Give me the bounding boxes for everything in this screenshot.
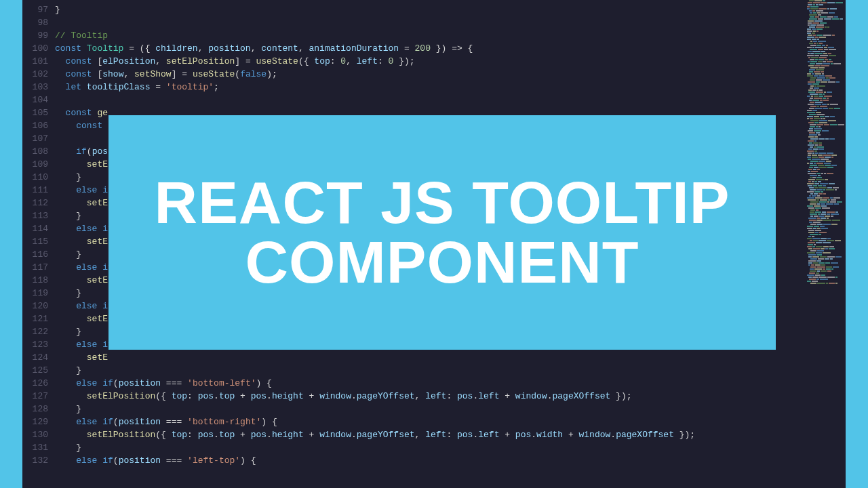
code-line[interactable]: // Tooltip bbox=[55, 29, 805, 42]
line-number: 115 bbox=[22, 235, 48, 248]
line-number: 103 bbox=[22, 81, 48, 94]
line-number: 98 bbox=[22, 16, 48, 29]
code-line[interactable]: setElPosition({ top: pos.top + pos.heigh… bbox=[55, 428, 805, 441]
line-number: 99 bbox=[22, 29, 48, 42]
line-number: 121 bbox=[22, 312, 48, 325]
line-number: 107 bbox=[22, 132, 48, 145]
line-number: 102 bbox=[22, 68, 48, 81]
line-number: 128 bbox=[22, 403, 48, 415]
code-line[interactable]: const [elPosition, setElPosition] = useS… bbox=[55, 55, 805, 68]
line-number: 108 bbox=[22, 145, 48, 158]
line-number: 130 bbox=[22, 428, 48, 441]
code-line[interactable]: } bbox=[55, 441, 805, 454]
code-line[interactable]: const [show, setShow] = useState(false); bbox=[55, 68, 805, 81]
code-line[interactable]: } bbox=[55, 364, 805, 377]
line-number: 105 bbox=[22, 106, 48, 119]
line-number: 118 bbox=[22, 274, 48, 287]
code-line[interactable]: const Tooltip = ({ children, position, c… bbox=[55, 42, 805, 55]
code-line[interactable]: setElPosition({ top: pos.top + pos.heigh… bbox=[55, 390, 805, 403]
line-number: 111 bbox=[22, 184, 48, 197]
line-number: 122 bbox=[22, 325, 48, 338]
line-number: 124 bbox=[22, 351, 48, 364]
line-number: 120 bbox=[22, 300, 48, 312]
line-number: 106 bbox=[22, 119, 48, 132]
line-number: 126 bbox=[22, 377, 48, 390]
code-line[interactable]: else if(position === 'bottom-right') { bbox=[55, 415, 805, 428]
line-number: 117 bbox=[22, 261, 48, 274]
line-number: 97 bbox=[22, 3, 48, 16]
code-line[interactable] bbox=[55, 16, 805, 29]
minimap[interactable] bbox=[805, 0, 846, 488]
line-number: 125 bbox=[22, 364, 48, 377]
line-number: 113 bbox=[22, 209, 48, 222]
line-number: 131 bbox=[22, 441, 48, 454]
code-line[interactable]: else if(position === 'left-top') { bbox=[55, 454, 805, 467]
overlay-line1: REACT JS TOOLTIP bbox=[155, 169, 730, 236]
line-number: 114 bbox=[22, 222, 48, 235]
code-line[interactable] bbox=[55, 94, 805, 106]
line-number: 127 bbox=[22, 390, 48, 403]
line-number: 109 bbox=[22, 158, 48, 171]
overlay-line2: COMPONENT bbox=[245, 228, 639, 296]
line-number: 123 bbox=[22, 338, 48, 351]
code-line[interactable]: } bbox=[55, 403, 805, 415]
line-number: 116 bbox=[22, 248, 48, 261]
line-number: 129 bbox=[22, 415, 48, 428]
line-number: 119 bbox=[22, 287, 48, 300]
line-number: 132 bbox=[22, 454, 48, 467]
title-overlay: REACT JS TOOLTIP COMPONENT bbox=[108, 115, 776, 350]
code-line[interactable]: setE bbox=[55, 351, 805, 364]
line-number: 112 bbox=[22, 197, 48, 209]
overlay-title: REACT JS TOOLTIP COMPONENT bbox=[155, 173, 730, 292]
code-line[interactable]: } bbox=[55, 3, 805, 16]
code-line[interactable]: let tooltipClass = 'tooltip'; bbox=[55, 81, 805, 94]
line-number: 110 bbox=[22, 171, 48, 184]
line-number: 104 bbox=[22, 94, 48, 106]
line-number-gutter: 9798991001011021031041051061071081091101… bbox=[22, 0, 55, 488]
code-line[interactable]: else if(position === 'bottom-left') { bbox=[55, 377, 805, 390]
line-number: 100 bbox=[22, 42, 48, 55]
line-number: 101 bbox=[22, 55, 48, 68]
